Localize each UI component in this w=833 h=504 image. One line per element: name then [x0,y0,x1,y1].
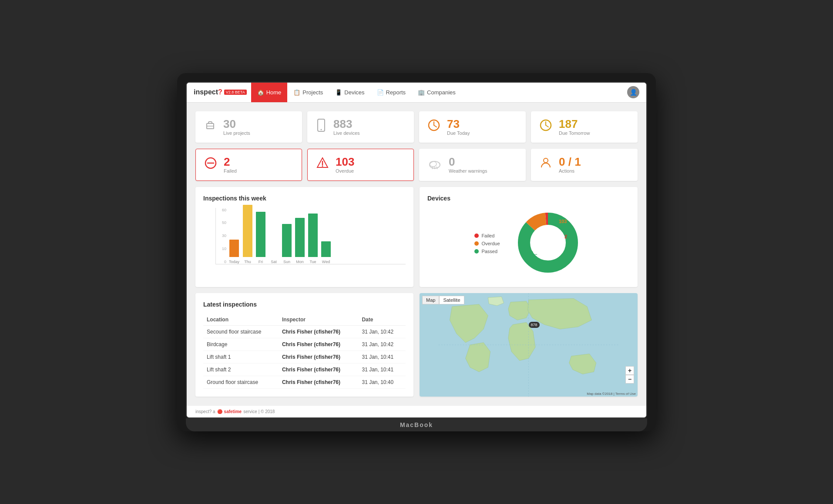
nav-reports-label: Reports [386,89,406,96]
map-zoom: + − [625,366,634,384]
stat-live-projects-label: Live projects [223,130,250,136]
legend-passed: Passed [474,249,500,254]
footer-service: service | © 2018 [243,409,275,414]
stat-due-today-number: 73 [447,118,470,130]
stat-live-projects[interactable]: 30 Live projects [195,111,302,143]
bar-label-sat: Sat [271,260,277,264]
person-icon [539,156,553,173]
legend-passed-label: Passed [481,249,497,254]
svg-point-20 [544,158,548,163]
bar-group-thu: Thu [243,205,252,264]
projects-icon: 📋 [293,89,300,96]
avatar[interactable]: 👤 [627,86,639,98]
main-content: 30 Live projects 883 Live devices [187,103,646,405]
cell-date-1: 31 Jan, 10:42 [358,338,406,350]
bar-label-mon: Mon [296,260,304,264]
svg-point-16 [430,161,437,167]
inspections-tbody: Secound floor staircaseChris Fisher (cfi… [203,325,406,388]
stat-live-devices-info: 883 Live devices [333,118,360,136]
legend-overdue: Overdue [474,241,500,246]
bar-group-sat: Sat [269,257,279,264]
stat-due-tomorrow-label: Due Tomorrow [559,130,590,136]
navbar: inspect? V2.8 BETA 🏠 Home 📋 Projects 📱 D… [187,83,646,103]
svg-line-19 [437,167,437,169]
cell-date-4: 31 Jan, 10:40 [358,376,406,388]
legend-dot-failed [474,234,479,238]
col-inspector: Inspector [279,314,359,326]
marker-bubble: 878 [529,322,540,328]
cell-inspector-0: Chris Fisher (cfisher76) [279,325,359,338]
bar-fri [256,212,265,257]
nav-devices-label: Devices [344,89,364,96]
cloud-icon [427,157,443,172]
stat-overdue-info: 103 Overdue [336,156,354,174]
dashboard-grid: Inspections this week 60 50 30 10 0 Toda… [195,187,638,397]
nav-projects[interactable]: 📋 Projects [287,82,329,102]
stat-overdue[interactable]: 103 Overdue [307,149,414,181]
footer-text: inspect? a [195,409,215,414]
donut-wrapper: Failed Overdue Passed [427,208,630,279]
clock-yellow-icon [539,118,553,135]
stat-weather-label: Weather warnings [449,168,487,174]
latest-inspections-title: Latest inspections [203,301,406,308]
bar-label-today: Today [229,260,239,264]
nav-devices[interactable]: 📱 Devices [329,82,370,102]
stat-due-today-label: Due Today [447,130,470,136]
nav-companies[interactable]: 🏢 Companies [412,82,462,102]
briefcase-icon [203,118,217,135]
legend-dot-overdue [474,241,479,246]
stat-weather[interactable]: 0 Weather warnings [419,149,526,181]
stat-failed[interactable]: 2 Failed [195,149,302,181]
ban-icon [204,156,218,173]
stat-overdue-number: 103 [336,156,354,167]
satellite-tab[interactable]: Satellite [439,296,464,304]
map-card: Map Satellite 878 + − [420,293,638,397]
donut-svg: 103 2 778... [513,208,583,279]
cell-inspector-1: Chris Fisher (cfisher76) [279,338,359,350]
bar-label-sun: Sun [283,260,290,264]
svg-line-9 [546,125,548,127]
zoom-out-button[interactable]: − [625,375,634,384]
legend-dot-passed [474,249,479,254]
laptop-brand: MacBook [400,421,433,428]
nav-companies-label: Companies [427,89,456,96]
safetime-icon: 🔴 [217,409,222,414]
cell-inspector-2: Chris Fisher (cfisher76) [279,350,359,363]
map-marker: 878 [529,322,540,328]
bar-chart: 60 50 30 10 0 TodayThuFriSatSunMonTueWed [215,208,406,264]
bar-label-fri: Fri [259,260,263,264]
map-bg: Map Satellite 878 + − [420,293,638,397]
devices-chart-title: Devices [427,195,630,202]
table-row: Ground floor staircaseChris Fisher (cfis… [203,376,406,388]
stat-failed-info: 2 Failed [224,156,237,174]
bar-group-tue: Tue [308,214,318,264]
nav-right: 👤 [627,86,639,98]
footer: inspect? a 🔴 safetime service | © 2018 [187,405,646,417]
table-row: Lift shaft 2Chris Fisher (cfisher76)31 J… [203,363,406,376]
devices-icon: 📱 [335,89,342,96]
nav-reports[interactable]: 📄 Reports [371,82,412,102]
inspections-thead: Location Inspector Date [203,314,406,326]
stat-failed-number: 2 [224,156,237,167]
stat-actions[interactable]: 0 / 1 Actions [531,149,638,181]
stat-due-today-info: 73 Due Today [447,118,470,136]
nav-home[interactable]: 🏠 Home [251,82,288,102]
stat-due-tomorrow[interactable]: 187 Due Tomorrow [531,111,638,143]
stat-live-devices[interactable]: 883 Live devices [307,111,414,143]
inspections-chart-title: Inspections this week [203,195,406,202]
cell-location-4: Ground floor staircase [203,376,279,388]
home-icon: 🏠 [257,89,264,96]
svg-text:103: 103 [559,219,567,224]
zoom-in-button[interactable]: + [625,366,634,375]
map-tab[interactable]: Map [422,296,439,304]
svg-text:778...: 778... [525,250,537,256]
stats-row-2: 2 Failed 103 Overdue [195,149,638,181]
bar-sun [282,224,292,257]
stat-due-today[interactable]: 73 Due Today [419,111,526,143]
bar-chart-wrapper: 60 50 30 10 0 TodayThuFriSatSunMonTueWed [203,208,406,264]
table-row: Secound floor staircaseChris Fisher (cfi… [203,325,406,338]
bar-group-fri: Fri [256,212,265,264]
table-row: Lift shaft 1Chris Fisher (cfisher76)31 J… [203,350,406,363]
bar-thu [243,205,252,257]
svg-line-17 [432,167,433,169]
